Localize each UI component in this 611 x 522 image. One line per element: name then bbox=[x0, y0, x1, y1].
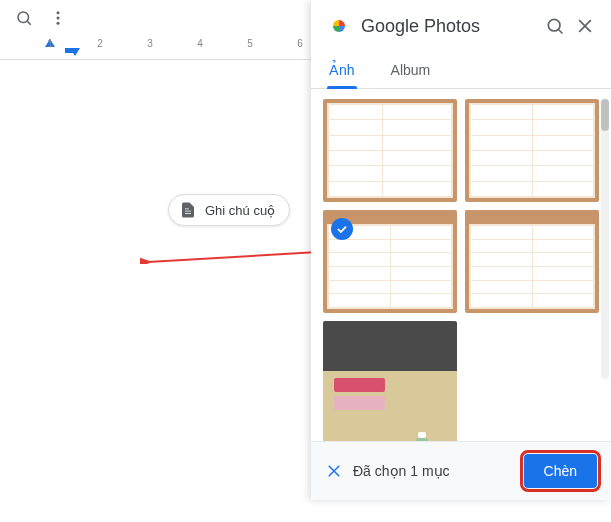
panel-footer: Đã chọn 1 mục Chèn bbox=[311, 441, 611, 500]
svg-point-0 bbox=[18, 12, 29, 23]
more-vert-icon[interactable] bbox=[44, 4, 72, 32]
svg-point-3 bbox=[57, 17, 60, 20]
photo-thumb[interactable] bbox=[323, 321, 457, 441]
ruler-tick: 1 bbox=[47, 38, 53, 49]
tab-photos[interactable]: Ảnh bbox=[327, 52, 357, 88]
panel-title: Google Photos bbox=[361, 16, 535, 37]
panel-close-icon[interactable] bbox=[575, 16, 595, 36]
scrollbar-thumb[interactable] bbox=[601, 99, 609, 131]
svg-line-1 bbox=[27, 21, 30, 24]
panel-tabs: Ảnh Album bbox=[311, 52, 611, 89]
ruler-tick: 6 bbox=[297, 38, 303, 49]
panel-header: Google Photos bbox=[311, 0, 611, 52]
indent-marker-rect[interactable] bbox=[65, 48, 75, 53]
tab-albums[interactable]: Album bbox=[389, 52, 433, 88]
search-icon[interactable] bbox=[10, 4, 38, 32]
photo-thumb[interactable] bbox=[323, 99, 457, 202]
note-icon bbox=[179, 201, 197, 219]
ruler-tick: 2 bbox=[97, 38, 103, 49]
document-body[interactable]: Ghi chú cuộ bbox=[0, 60, 310, 520]
gallery-scrollbar[interactable] bbox=[601, 99, 609, 379]
ruler-tick: 3 bbox=[147, 38, 153, 49]
selection-status: Đã chọn 1 mục bbox=[353, 463, 514, 479]
svg-point-2 bbox=[57, 11, 60, 14]
ruler-tick: 5 bbox=[247, 38, 253, 49]
google-photos-panel: Google Photos Ảnh Album bbox=[311, 0, 611, 500]
svg-point-6 bbox=[548, 19, 560, 31]
side-note-pill[interactable]: Ghi chú cuộ bbox=[168, 194, 290, 226]
magnify-icon[interactable] bbox=[429, 285, 447, 303]
thumb-header bbox=[469, 214, 595, 224]
photo-thumb[interactable] bbox=[465, 99, 599, 202]
svg-line-7 bbox=[559, 30, 563, 34]
photo-gallery bbox=[311, 89, 611, 441]
svg-point-10 bbox=[432, 288, 443, 299]
svg-point-4 bbox=[57, 22, 60, 25]
insert-button[interactable]: Chèn bbox=[524, 454, 597, 488]
photo-thumb[interactable] bbox=[465, 210, 599, 313]
photo-thumb-selected[interactable] bbox=[323, 210, 457, 313]
google-photos-logo-icon bbox=[327, 14, 351, 38]
panel-search-icon[interactable] bbox=[545, 16, 565, 36]
ruler-tick: 4 bbox=[197, 38, 203, 49]
side-note-label: Ghi chú cuộ bbox=[205, 203, 275, 218]
deselect-icon[interactable] bbox=[325, 462, 343, 480]
svg-line-11 bbox=[441, 298, 444, 301]
selected-check-icon bbox=[331, 218, 353, 240]
bottle-shape bbox=[416, 438, 428, 441]
